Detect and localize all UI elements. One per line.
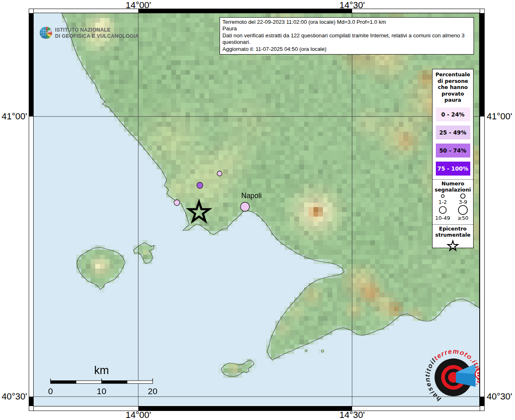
ingv-logo-text: ISTITUTO NAZIONALE DI GEOFISICA E VULCAN… [55, 27, 139, 39]
legend-class-0: 0 - 24% [436, 107, 470, 121]
ingv-text-line2: DI GEOFISICA E VULCANOLOGIA [55, 33, 139, 39]
frame-band-left-black-2 [29, 397, 33, 406]
report-size-label: ≥50 [458, 215, 468, 221]
frame-band-left-black-1 [29, 13, 33, 116]
legend-class-3: 75 - 100% [436, 162, 470, 176]
islet-1 [321, 350, 324, 352]
report-size-circle-icon [435, 205, 451, 215]
report-size-circle-icon [455, 205, 471, 215]
event-info-box: Terremoto del 22-09-2023 11:02:00 (ora l… [220, 17, 474, 55]
watermark-logo: ?haisentitoilterremoto.itwww. [423, 347, 479, 403]
report-size-circle-icon [435, 193, 451, 199]
ingv-logo: ISTITUTO NAZIONALE DI GEOFISICA E VULCAN… [39, 18, 146, 48]
legend-size-item-1: 3-9 [453, 193, 474, 205]
observation-point-1 [197, 183, 203, 189]
legend-size-item-0: 1-2 [433, 193, 453, 205]
scale-bar-label-0: 0 [48, 386, 53, 396]
legend-class-2: 50 - 74% [436, 144, 470, 158]
legend-reports-title: Numero segnalazioni [433, 180, 473, 193]
legend: Percentuale di persone che hanno provato… [432, 69, 474, 248]
ingv-globe-icon [39, 19, 53, 47]
scale-bar-segment-3 [127, 381, 153, 383]
axis-label-bottom-0: 14°00' [122, 410, 155, 420]
scale-bar-segment-2 [102, 381, 127, 383]
axis-label-right-1: 40°30' [487, 391, 515, 402]
observation-point-0 [217, 171, 222, 176]
axis-label-left-0: 41°00' [0, 111, 27, 122]
event-effect: Paura [222, 25, 471, 32]
legend-size-item-3: ≥50 [453, 205, 474, 221]
scale-bar-segment-0 [50, 381, 76, 383]
islet-0 [305, 350, 307, 352]
legend-report-sizes: 1-23-910-49≥50 [433, 193, 473, 221]
scale-bar-segment-1 [76, 381, 101, 383]
scale-bar-label-2: 20 [148, 386, 157, 396]
legend-class-1: 25 - 49% [436, 126, 470, 139]
scale-bar-label-1: 10 [97, 386, 106, 396]
frame-band-bottom-black [138, 406, 352, 411]
report-size-label: 3-9 [459, 199, 467, 205]
axis-label-right-0: 41°00' [487, 111, 515, 122]
epicenter-star [189, 202, 209, 221]
legend-size-item-2: 10-49 [433, 205, 453, 221]
axis-label-left-1: 40°30' [0, 391, 27, 402]
observation-point-3 [240, 202, 249, 211]
frame-band-right-black-1 [480, 13, 484, 116]
coastline-procida [133, 243, 154, 264]
legend-epicenter-title: Epicentro strumentale [433, 225, 473, 238]
city-label-napoli: Napoli [241, 192, 262, 200]
frame-band-top-black [138, 9, 352, 13]
coastline-mainland [62, 13, 479, 360]
event-title: Terremoto del 22-09-2023 11:02:00 (ora l… [222, 19, 471, 25]
axis-label-bottom-1: 14°30' [336, 410, 369, 420]
event-updated: Aggiornato il: 11-07-2025 04:50 (ora loc… [222, 46, 471, 52]
frame-band-right-black-2 [480, 397, 484, 406]
ingv-text-line1: ISTITUTO NAZIONALE [55, 27, 139, 33]
report-size-label: 1-2 [439, 199, 447, 205]
legend-epicenter-star-icon [433, 238, 473, 254]
report-size-circle-icon [455, 193, 471, 199]
axis-label-top-1: 14°30' [336, 0, 369, 11]
legend-classes: 0 - 24%25 - 49%50 - 74%75 - 100% [433, 107, 473, 176]
axis-label-top-0: 14°00' [122, 0, 155, 11]
coastline-ischia [77, 247, 125, 290]
observation-point-2 [174, 200, 180, 205]
report-size-label: 10-49 [435, 215, 450, 221]
scale-bar-unit: km [94, 364, 109, 377]
map-overlay: Napolikm01020?haisentitoilterremoto.itww… [34, 13, 479, 406]
event-data-note: Dati non verificati estratti da 122 ques… [222, 32, 471, 46]
coastline-capri [222, 360, 254, 377]
legend-fear-title: Percentuale di persone che hanno provato… [433, 69, 473, 103]
